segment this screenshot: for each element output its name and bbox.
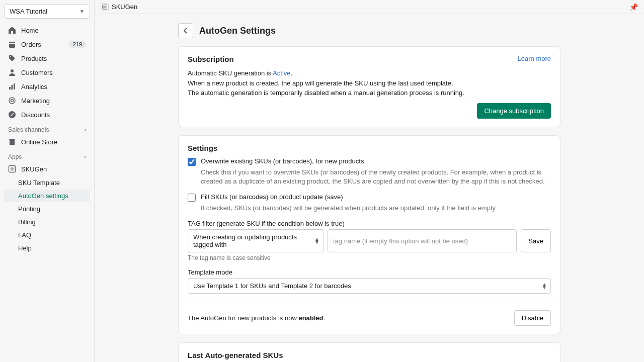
nav-label: Discounts bbox=[21, 111, 50, 119]
svg-rect-2 bbox=[12, 85, 13, 89]
fill-label[interactable]: Fill SKUs (or barcodes) on product updat… bbox=[201, 193, 343, 201]
back-button[interactable] bbox=[178, 23, 193, 38]
subscription-status: Active bbox=[273, 69, 290, 77]
marketing-icon bbox=[8, 97, 16, 105]
settings-card: Settings Overwrite existing SKUs (or bar… bbox=[178, 135, 560, 335]
subscription-line3: The automatic generation is temporarily … bbox=[188, 88, 551, 98]
sidebar-item-analytics[interactable]: Analytics bbox=[4, 80, 90, 93]
nav-label: SKUGen bbox=[21, 165, 47, 173]
subscription-heading: Subscription bbox=[188, 55, 234, 63]
sidebar-item-discounts[interactable]: Discounts bbox=[4, 108, 90, 121]
autogen-status-text: The AutoGen for new products is now enab… bbox=[188, 314, 325, 322]
change-subscription-button[interactable]: Change subscription bbox=[477, 103, 551, 119]
orders-badge: 219 bbox=[69, 41, 86, 48]
last-heading: Last Auto-generated SKUs bbox=[188, 351, 551, 359]
tag-name-input[interactable] bbox=[328, 229, 517, 252]
store-switcher[interactable]: WSA Tutorial ▼ bbox=[4, 4, 90, 19]
sidebar-item-customers[interactable]: Customers bbox=[4, 66, 90, 79]
svg-rect-1 bbox=[9, 87, 11, 89]
sidebar-sub-printing[interactable]: Printing bbox=[4, 203, 90, 215]
skugen-icon bbox=[8, 165, 16, 173]
sidebar-sub-autogen[interactable]: AutoGen settings bbox=[4, 190, 90, 202]
subscription-line1: Automatic SKU generation is Active. bbox=[188, 68, 551, 78]
sales-channels-header[interactable]: Sales channels › bbox=[4, 122, 90, 135]
sidebar-sub-faq[interactable]: FAQ bbox=[4, 229, 90, 241]
save-button[interactable]: Save bbox=[521, 229, 551, 252]
nav-label: Marketing bbox=[21, 97, 50, 105]
sidebar-sub-template[interactable]: SKU Template bbox=[4, 176, 90, 189]
home-icon bbox=[8, 26, 16, 34]
svg-point-4 bbox=[9, 98, 15, 104]
learn-more-link[interactable]: Learn more bbox=[518, 55, 551, 62]
sidebar-sub-billing[interactable]: Billing bbox=[4, 216, 90, 228]
pin-icon[interactable]: 📌 bbox=[629, 3, 638, 11]
template-mode-label: Template mode bbox=[188, 268, 551, 276]
store-icon bbox=[8, 138, 16, 146]
svg-point-5 bbox=[11, 100, 14, 102]
nav-label: Analytics bbox=[21, 83, 47, 90]
tag-filter-label: TAG filter (generate SKU if the conditio… bbox=[188, 220, 551, 227]
fill-checkbox[interactable] bbox=[188, 194, 196, 202]
overwrite-checkbox[interactable] bbox=[188, 158, 196, 166]
nav-label: Home bbox=[21, 27, 39, 34]
topbar: SKUGen 📌 bbox=[95, 0, 644, 14]
sidebar-item-home[interactable]: Home bbox=[4, 24, 90, 37]
sidebar-sub-help[interactable]: Help bbox=[4, 242, 90, 254]
topbar-app-name: SKUGen bbox=[112, 3, 137, 11]
orders-icon bbox=[8, 40, 16, 48]
arrow-left-icon bbox=[182, 27, 190, 35]
app-icon bbox=[101, 3, 109, 11]
chevron-down-icon: ▼ bbox=[79, 9, 85, 14]
chevron-right-icon: › bbox=[84, 153, 86, 160]
overwrite-help: Check this if you want to overwrite SKUs… bbox=[201, 168, 551, 186]
svg-rect-3 bbox=[14, 83, 15, 89]
nav-label: Customers bbox=[21, 69, 53, 76]
autogen-status: enabled bbox=[298, 314, 323, 322]
store-name: WSA Tutorial bbox=[10, 8, 47, 15]
last-generated-card: Last Auto-generated SKUs Product Operati… bbox=[178, 342, 560, 362]
sidebar-item-products[interactable]: Products bbox=[4, 52, 90, 65]
section-label-text: Apps bbox=[8, 153, 22, 160]
settings-heading: Settings bbox=[188, 144, 551, 152]
chevron-right-icon: › bbox=[84, 126, 86, 133]
sidebar-item-skugen[interactable]: SKUGen bbox=[4, 162, 90, 175]
tag-condition-value: When creating or updating products tagge… bbox=[188, 229, 324, 252]
products-icon bbox=[8, 54, 16, 62]
overwrite-label[interactable]: Overwrite existing SKUs (or barcodes), f… bbox=[201, 157, 364, 165]
sidebar: WSA Tutorial ▼ Home Orders 219 Products … bbox=[0, 0, 95, 362]
analytics-icon bbox=[8, 82, 16, 90]
discounts-icon bbox=[8, 111, 16, 119]
subscription-card: Subscription Learn more Automatic SKU ge… bbox=[178, 46, 560, 127]
template-mode-select[interactable]: Use Template 1 for SKUs and Template 2 f… bbox=[188, 278, 551, 294]
section-label-text: Sales channels bbox=[8, 126, 49, 133]
sidebar-item-orders[interactable]: Orders 219 bbox=[4, 38, 90, 51]
nav-label: Orders bbox=[21, 41, 41, 48]
nav-label: Online Store bbox=[21, 138, 57, 146]
customers-icon bbox=[8, 68, 16, 76]
apps-header[interactable]: Apps › bbox=[4, 149, 90, 162]
sidebar-item-marketing[interactable]: Marketing bbox=[4, 94, 90, 107]
svg-point-0 bbox=[11, 69, 14, 72]
page-title: AutoGen Settings bbox=[199, 26, 276, 36]
content-area: AutoGen Settings Subscription Learn more… bbox=[95, 14, 644, 362]
subscription-line2: When a new product is created, the app w… bbox=[188, 78, 551, 88]
main: SKUGen 📌 AutoGen Settings Subscription L… bbox=[95, 0, 644, 362]
tag-help: The tag name is case sensitive bbox=[188, 254, 551, 261]
tag-condition-select[interactable]: When creating or updating products tagge… bbox=[188, 229, 324, 252]
template-mode-value: Use Template 1 for SKUs and Template 2 f… bbox=[188, 278, 551, 294]
fill-help: If checked, SKUs (or barcodes) will be g… bbox=[201, 204, 551, 213]
page-header: AutoGen Settings bbox=[178, 23, 560, 38]
sidebar-item-online-store[interactable]: Online Store bbox=[4, 135, 90, 148]
disable-button[interactable]: Disable bbox=[514, 310, 551, 326]
nav-label: Products bbox=[21, 55, 47, 62]
